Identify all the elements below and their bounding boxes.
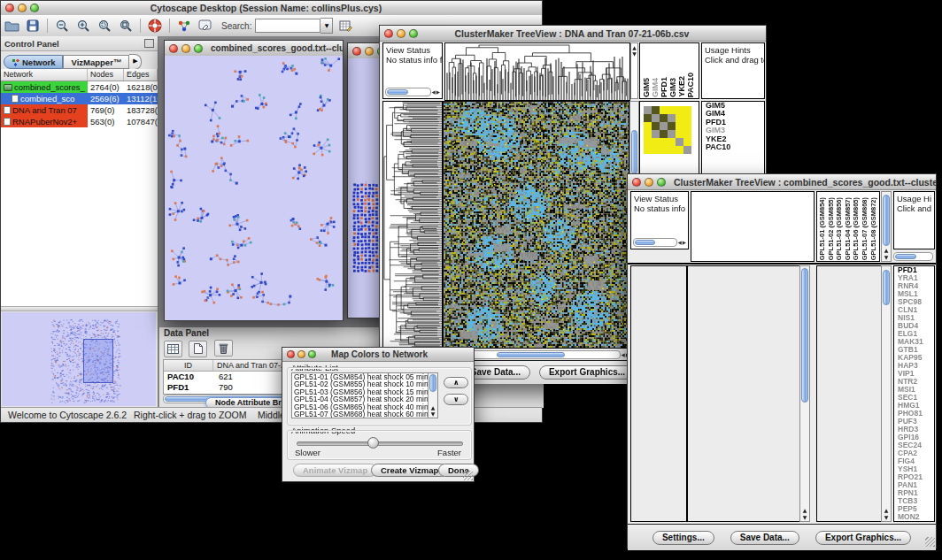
treeview2-titlebar[interactable]: ClusterMaker TreeView : combined_scores_…: [628, 174, 936, 190]
birdseye-view[interactable]: [2, 312, 156, 406]
minimize-button[interactable]: [397, 29, 405, 38]
create-vizmap-button[interactable]: Create Vizmap: [371, 464, 448, 477]
header-nodes[interactable]: Nodes: [88, 69, 124, 81]
tv2-status-hscrollbar[interactable]: ◀▶: [633, 238, 686, 247]
tv2-labels-vscrollbar[interactable]: ▲▼: [881, 191, 892, 262]
zoom-button[interactable]: [409, 29, 418, 38]
tv2-row-dendrogram[interactable]: [630, 265, 687, 522]
treeview1-titlebar[interactable]: ClusterMaker TreeView : DNA and Tran 07-…: [380, 26, 766, 42]
close-button[interactable]: [5, 4, 14, 12]
network-overview-icon[interactable]: [175, 18, 193, 34]
delete-attribute-icon[interactable]: [214, 340, 233, 357]
column-label: PAC10: [686, 73, 695, 97]
tv2-zoom-vscrollbar[interactable]: ▲▼: [881, 265, 892, 522]
network-row[interactable]: DNA and Tran 07 769(0) 183728(0): [1, 104, 158, 116]
help-lifering-icon[interactable]: [146, 18, 164, 34]
speed-slider-thumb[interactable]: [367, 437, 379, 449]
new-attribute-icon[interactable]: [189, 341, 207, 357]
speed-slider-track[interactable]: [297, 441, 463, 446]
zoom-out-icon[interactable]: [53, 18, 71, 34]
minimize-button[interactable]: [645, 178, 653, 187]
close-button[interactable]: [287, 350, 295, 358]
tv2-column-labels: GPL51-01 (GSM854)GPL51-02 (GSM855)GPL51-…: [818, 197, 877, 260]
network-row[interactable]: combined_sco 2569(6) 13112(15): [1, 93, 158, 104]
slower-label: Slower: [295, 448, 320, 457]
resize-grip[interactable]: [463, 471, 473, 480]
annotation-icon[interactable]: [197, 18, 214, 34]
zoom-button[interactable]: [30, 4, 39, 12]
network-name: DNA and Tran 07: [12, 104, 77, 116]
search-input[interactable]: [255, 19, 320, 33]
control-panel-title: Control Panel: [4, 39, 59, 49]
move-down-button[interactable]: ∨: [444, 394, 468, 405]
more-tabs-button[interactable]: ▶: [129, 54, 142, 70]
move-up-button[interactable]: ∧: [444, 377, 468, 388]
control-panel: Control Panel NetworkVizMapper™ ▶ Networ…: [1, 36, 158, 408]
table-edit-icon[interactable]: [337, 18, 355, 34]
matrix-cell: [668, 146, 676, 154]
status-hint-zoom: Right-click + drag to ZOOM: [134, 410, 247, 420]
minimize-button[interactable]: [18, 4, 27, 12]
main-window-title: Cytoscape Desktop (Session Name: collins…: [43, 3, 489, 13]
zoom-button[interactable]: [657, 178, 666, 187]
tv2-zoom-heatmap[interactable]: [816, 265, 882, 522]
attribute-list-vscrollbar[interactable]: ▲▼: [428, 373, 437, 418]
zoom-in-icon[interactable]: [74, 18, 92, 34]
matrix-cell: [660, 138, 668, 146]
matrix-cell: [644, 114, 652, 122]
tv2-global-heatmap[interactable]: [687, 265, 800, 522]
zoom-button[interactable]: [194, 44, 203, 53]
tv2-hints-hscrollbar[interactable]: [893, 252, 933, 261]
treeview-action-button[interactable]: Export Graphics...: [815, 531, 911, 545]
treeview1-title: ClusterMaker TreeView : DNA and Tran 07-…: [422, 28, 722, 39]
attribute-item[interactable]: GPL51-07 (GSM868) heat shock 60 min: [292, 410, 437, 418]
tv1-row-dendrogram[interactable]: [382, 101, 443, 349]
tv1-col-scroll-strip[interactable]: ▲▼: [630, 42, 638, 99]
network-row[interactable]: RNAPuberNov2+ 563(0) 107847(0): [1, 116, 158, 127]
close-button[interactable]: [352, 47, 361, 56]
dialog-titlebar[interactable]: Map Colors to Network: [282, 348, 474, 362]
attribute-listbox[interactable]: GPL51-01 (GSM854) heat shock 05 minGPL51…: [291, 372, 438, 418]
search-dropdown-icon[interactable]: ▼: [320, 18, 333, 34]
resize-grip[interactable]: [925, 537, 935, 547]
header-edges[interactable]: Edges: [124, 69, 158, 81]
treeview-action-button[interactable]: Save Data...: [730, 531, 799, 545]
animate-vizmap-button[interactable]: Animate Vizmap: [293, 464, 377, 477]
minimize-button[interactable]: [365, 47, 374, 56]
zoom-selected-icon[interactable]: [96, 18, 113, 34]
open-file-icon[interactable]: [3, 18, 20, 34]
control-panel-tab[interactable]: VizMapper™: [63, 55, 129, 69]
network-item-icon: [4, 106, 11, 114]
treeview-action-button[interactable]: Settings...: [652, 531, 714, 545]
network1-titlebar[interactable]: combined_scores_good.txt--cluste...: [165, 41, 343, 57]
tv1-heatmap[interactable]: [443, 101, 629, 349]
header-network[interactable]: Network: [1, 69, 88, 81]
close-button[interactable]: [632, 178, 641, 187]
tv1-status-hscrollbar[interactable]: ◀▶: [385, 88, 440, 96]
id-column-header[interactable]: ID: [164, 360, 213, 371]
save-icon[interactable]: [24, 18, 42, 34]
close-button[interactable]: [384, 29, 393, 38]
panel-splitter[interactable]: [1, 306, 158, 311]
gene-label[interactable]: PAC10: [704, 143, 764, 151]
minimize-button[interactable]: [297, 350, 305, 358]
treeview-action-button[interactable]: Export Graphics...: [539, 365, 635, 380]
network-edges-count: 107847(0): [124, 116, 158, 127]
tv2-global-vscrollbar[interactable]: ▲▼: [799, 265, 810, 522]
gene-label[interactable]: MON2: [896, 513, 934, 521]
attribute-table-icon[interactable]: [164, 341, 182, 357]
network-nodes-count: 563(0): [88, 116, 124, 127]
minimize-button[interactable]: [181, 44, 190, 53]
tab-list: NetworkVizMapper™: [4, 55, 129, 69]
network1-canvas[interactable]: [165, 56, 343, 320]
zoom-fit-icon[interactable]: [117, 18, 135, 34]
float-panel-icon[interactable]: [144, 39, 154, 48]
control-panel-tab[interactable]: Network: [4, 55, 63, 69]
network-row[interactable]: combined_scores_ 2764(0) 16218(0): [1, 81, 158, 93]
zoom-button[interactable]: [308, 350, 316, 358]
search-combobox: ▼: [255, 18, 333, 34]
matrix-cell: [683, 122, 691, 130]
close-button[interactable]: [169, 44, 178, 53]
tv1-column-dendrogram[interactable]: [444, 42, 630, 101]
main-titlebar[interactable]: Cytoscape Desktop (Session Name: collins…: [1, 1, 542, 16]
